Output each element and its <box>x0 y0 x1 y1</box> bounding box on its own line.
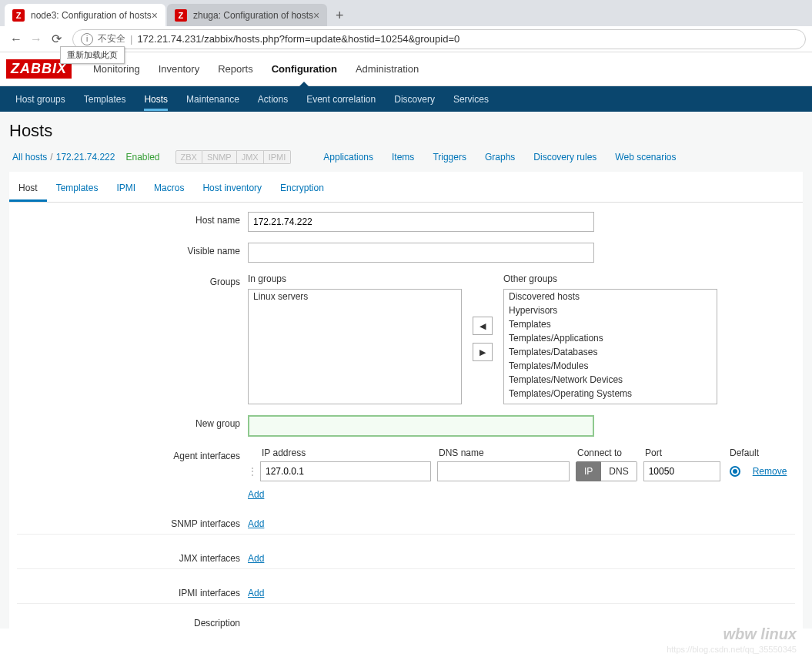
nav-configuration[interactable]: Configuration <box>272 63 337 75</box>
zabbix-favicon: Z <box>12 9 25 22</box>
nav-inventory[interactable]: Inventory <box>159 63 199 75</box>
list-item[interactable]: Templates/Databases <box>504 345 717 359</box>
info-icon[interactable]: i <box>81 33 93 45</box>
move-left-button[interactable]: ◀ <box>473 317 493 335</box>
pill-zbx: ZBX <box>175 150 202 164</box>
breadcrumb-current[interactable]: 172.21.74.222 <box>56 152 115 163</box>
col-default: Default <box>730 447 784 458</box>
watermark-url: https://blog.csdn.net/qq_35550345 <box>667 645 797 654</box>
new-tab-button[interactable]: + <box>329 5 350 26</box>
jmx-interfaces-label: JMX interfaces <box>17 550 248 564</box>
link-graphs[interactable]: Graphs <box>485 152 515 163</box>
list-item[interactable]: Templates/Modules <box>504 359 717 373</box>
col-dns: DNS name <box>439 447 577 458</box>
in-groups-list[interactable]: Linux servers <box>248 289 462 404</box>
nav-monitoring[interactable]: Monitoring <box>93 63 140 75</box>
snmp-interfaces-label: SNMP interfaces <box>17 515 248 529</box>
forward-button[interactable]: → <box>26 29 46 49</box>
subnav-maintenance[interactable]: Maintenance <box>186 91 239 108</box>
other-groups-list[interactable]: Discovered hosts Hypervisors Templates T… <box>503 289 717 404</box>
drag-handle-icon[interactable]: ⋮⋮ <box>248 466 257 477</box>
col-connect: Connect to <box>577 447 645 458</box>
col-port: Port <box>645 447 730 458</box>
other-groups-label: Other groups <box>503 273 717 284</box>
connect-dns-button[interactable]: DNS <box>601 461 637 481</box>
subnav-discovery[interactable]: Discovery <box>394 91 435 108</box>
subnav-hosts[interactable]: Hosts <box>144 88 168 111</box>
zabbix-favicon: Z <box>175 9 187 22</box>
list-item[interactable]: Templates/Applications <box>504 331 717 345</box>
tab-title: zhuga: Configuration of hosts <box>193 10 313 21</box>
port-input[interactable] <box>643 461 720 481</box>
pill-ipmi: IPMI <box>264 150 292 164</box>
col-ip: IP address <box>262 447 439 458</box>
status-enabled: Enabled <box>125 152 159 163</box>
visible-name-label: Visible name <box>17 243 248 263</box>
tab-title: node3: Configuration of hosts <box>31 10 152 21</box>
link-discovery-rules[interactable]: Discovery rules <box>533 152 596 163</box>
description-label: Description <box>17 615 248 629</box>
subnav-actions[interactable]: Actions <box>258 91 288 108</box>
in-groups-label: In groups <box>248 273 462 284</box>
subnav-services[interactable]: Services <box>453 91 489 108</box>
list-item[interactable]: Templates/Network Devices <box>504 373 717 387</box>
list-item[interactable]: Templates <box>504 317 717 331</box>
tab-templates[interactable]: Templates <box>47 176 108 202</box>
tab-host[interactable]: Host <box>9 176 47 202</box>
nav-reports[interactable]: Reports <box>218 63 253 75</box>
add-jmx-interface-link[interactable]: Add <box>248 553 264 564</box>
list-item[interactable]: Linux servers <box>249 290 461 303</box>
ip-address-input[interactable] <box>260 461 431 481</box>
add-snmp-interface-link[interactable]: Add <box>248 518 264 529</box>
add-ipmi-interface-link[interactable]: Add <box>248 588 264 598</box>
tab-macros[interactable]: Macros <box>145 176 193 202</box>
connect-ip-button[interactable]: IP <box>576 461 601 481</box>
browser-tab-inactive[interactable]: Z zhuga: Configuration of hosts × <box>167 4 327 26</box>
list-item[interactable]: Discovered hosts <box>504 290 717 303</box>
form-tabs: Host Templates IPMI Macros Host inventor… <box>9 172 803 203</box>
move-right-button[interactable]: ▶ <box>473 343 493 361</box>
add-agent-interface-link[interactable]: Add <box>248 489 264 500</box>
agent-interfaces-label: Agent interfaces <box>17 447 248 500</box>
url-bar[interactable]: i 不安全 | 172.21.74.231/zabbix/hosts.php?f… <box>72 29 806 49</box>
back-button[interactable]: ← <box>6 29 26 49</box>
tab-ipmi[interactable]: IPMI <box>107 176 145 202</box>
agent-interface-row: ⋮⋮ IP DNS Remove <box>248 461 795 481</box>
link-applications[interactable]: Applications <box>323 152 373 163</box>
visible-name-input[interactable] <box>248 243 594 263</box>
remove-interface-link[interactable]: Remove <box>753 466 787 477</box>
reload-tooltip: 重新加载此页 <box>60 46 125 64</box>
new-group-label: New group <box>17 415 248 437</box>
watermark: wbw linux <box>723 625 797 643</box>
list-item[interactable]: Templates/Servers Hardware <box>504 401 717 404</box>
host-name-label: Host name <box>17 212 248 232</box>
pill-snmp: SNMP <box>202 150 237 164</box>
host-name-input[interactable] <box>248 212 594 232</box>
dns-name-input[interactable] <box>437 461 570 481</box>
breadcrumb-all-hosts[interactable]: All hosts <box>12 152 47 163</box>
list-item[interactable]: Hypervisors <box>504 303 717 317</box>
link-triggers[interactable]: Triggers <box>433 152 466 163</box>
browser-tab-active[interactable]: Z node3: Configuration of hosts × <box>5 4 165 26</box>
subnav-templates[interactable]: Templates <box>84 91 126 108</box>
list-item[interactable]: Templates/Operating Systems <box>504 387 717 401</box>
nav-administration[interactable]: Administration <box>356 63 419 75</box>
link-web-scenarios[interactable]: Web scenarios <box>615 152 676 163</box>
host-form: Host name Visible name Groups In groups … <box>9 203 803 629</box>
close-icon[interactable]: × <box>313 9 319 22</box>
pill-jmx: JMX <box>237 150 264 164</box>
subnav-event-correlation[interactable]: Event correlation <box>306 91 376 108</box>
browser-tab-strip: Z node3: Configuration of hosts × Z zhug… <box>0 0 812 26</box>
groups-label: Groups <box>17 273 248 404</box>
breadcrumb: All hosts / 172.21.74.222 Enabled ZBX SN… <box>9 150 803 164</box>
new-group-input[interactable] <box>248 415 594 437</box>
subnav-host-groups[interactable]: Host groups <box>15 91 65 108</box>
default-radio[interactable] <box>730 466 743 477</box>
insecure-label: 不安全 <box>98 32 125 45</box>
availability-pills: ZBX SNMP JMX IPMI <box>175 150 292 164</box>
sub-nav: Host groups Templates Hosts Maintenance … <box>0 86 812 112</box>
tab-host-inventory[interactable]: Host inventory <box>193 176 271 202</box>
link-items[interactable]: Items <box>392 152 414 163</box>
close-icon[interactable]: × <box>152 9 158 22</box>
tab-encryption[interactable]: Encryption <box>271 176 333 202</box>
